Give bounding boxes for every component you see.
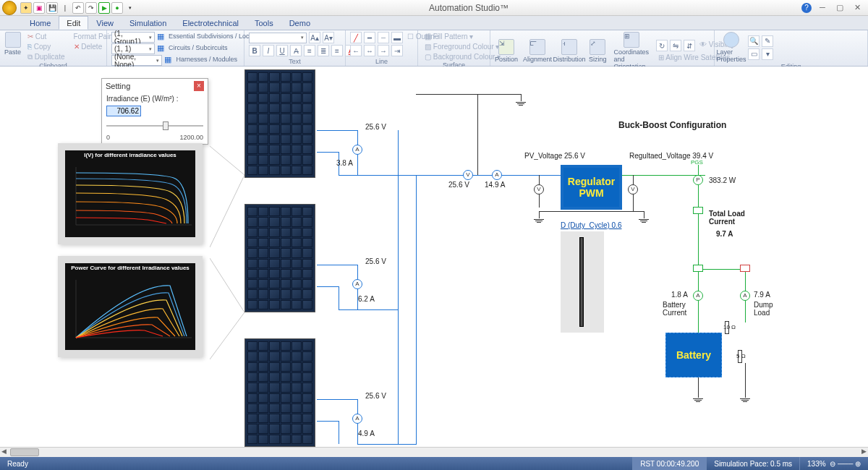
pv-panel-2[interactable] [244, 204, 315, 312]
align-right-icon[interactable]: ≡ [331, 45, 343, 56]
switch-2[interactable] [693, 265, 703, 272]
tab-edit[interactable]: Edit [59, 16, 88, 30]
config-title: Buck-Boost Configuration [618, 120, 691, 130]
flip-v-icon[interactable]: ⇵ [684, 40, 695, 51]
switch-dump[interactable] [740, 265, 750, 272]
r10-label: 10 Ω [723, 324, 736, 330]
setting-close-icon[interactable]: × [194, 81, 204, 91]
minimize-icon[interactable]: ─ [816, 3, 829, 13]
position-button[interactable]: ⇲Position [495, 39, 518, 63]
switch-1[interactable] [693, 207, 703, 214]
irradiance-input[interactable] [106, 106, 141, 116]
line-dash-icon[interactable]: ┄ [378, 32, 389, 43]
status-bar: Ready RST 00:00:49.200 Simulation Pace: … [0, 457, 868, 470]
italic-icon[interactable]: I [263, 45, 274, 56]
location-combo-1[interactable]: (1, Group1)▾ [111, 32, 155, 43]
ammeter-dump: A [740, 291, 750, 301]
arrow-both-icon[interactable]: ↔ [364, 45, 375, 56]
battery-block[interactable]: Battery [665, 333, 722, 377]
qat-undo-icon[interactable]: ↶ [72, 2, 84, 14]
duty-slider-handle[interactable] [579, 237, 584, 327]
ammeter-bus: A [492, 170, 502, 180]
tab-tools[interactable]: Tools [247, 16, 281, 30]
font-dec-icon[interactable]: A▾ [323, 32, 334, 43]
line-weight-icon[interactable]: ━ [364, 32, 375, 43]
pv-panel-1[interactable] [244, 69, 315, 178]
font-inc-icon[interactable]: A▴ [309, 32, 320, 43]
harnesses-button[interactable]: Harnesses / Modules [174, 55, 239, 66]
pv-panel-3[interactable] [244, 338, 315, 447]
underline-icon[interactable]: U [276, 45, 288, 56]
select-icon[interactable]: ▭ [748, 48, 760, 60]
bus-current: 14.9 A [485, 181, 505, 189]
pgs-label: PGS [691, 159, 703, 166]
bold-icon[interactable]: B [249, 45, 260, 56]
battery-current-label: BatteryCurrent [663, 301, 686, 317]
tab-home[interactable]: Home [22, 16, 59, 30]
line-color-icon[interactable]: ▬ [391, 32, 403, 43]
replace-icon[interactable]: ✎ [762, 35, 773, 47]
voltmeter-bus: V [463, 170, 473, 180]
alignment-button[interactable]: ⫍Alignment [525, 39, 550, 63]
ammeter-p2: A [352, 279, 362, 289]
qat-new-icon[interactable]: ✦ [20, 2, 32, 14]
align-center-icon[interactable]: ≣ [318, 45, 329, 56]
qat-record-icon[interactable]: ● [111, 2, 123, 14]
arrow-left-icon[interactable]: ← [350, 45, 362, 56]
pv-voltage-label: PV_Voltage 25.6 V [524, 152, 585, 160]
duplicate-button[interactable]: ⧉ Duplicate [25, 52, 67, 62]
copy-button[interactable]: ⎘ Copy [25, 42, 67, 51]
find-icon[interactable]: 🔍 [748, 35, 760, 47]
arrow-cfg-icon[interactable]: ⇥ [391, 45, 403, 56]
circuits-button[interactable]: Circuits / Subcircuits [166, 43, 230, 54]
maximize-icon[interactable]: ▢ [833, 3, 846, 13]
qat-save-icon[interactable]: 💾 [46, 2, 58, 14]
ground-top [515, 94, 527, 106]
total-load-label: Total LoadCurrent [709, 210, 745, 226]
duty-cycle-label[interactable]: D (Duty_Cycle) 0.6 [561, 221, 621, 229]
cut-button[interactable]: ✂ Cut [25, 32, 67, 41]
qat-more-icon[interactable]: ▾ [124, 2, 136, 14]
scrollbar-thumb[interactable] [10, 448, 39, 456]
align-left-icon[interactable]: ≡ [304, 45, 315, 56]
ground-reg-left [533, 211, 545, 223]
help-icon[interactable]: ? [801, 3, 812, 13]
coordinates-button[interactable]: ⊞Coordinates and Orientation [614, 32, 650, 70]
horizontal-scrollbar[interactable]: ◀ ▶ [0, 447, 868, 457]
ground-battery [692, 390, 704, 402]
tab-simulation[interactable]: Simulation [122, 16, 174, 30]
location-combo-3[interactable]: (None, None)▾ [111, 55, 162, 66]
close-icon[interactable]: ✕ [851, 3, 864, 13]
line-style-icon[interactable]: ╱ [350, 32, 362, 43]
regulator-block[interactable]: Regulator PWM [561, 165, 622, 210]
quick-access-toolbar: ✦ ▣ 💾 | ↶ ↷ ▶ ● ▾ [20, 2, 136, 14]
watts-label: 383.2 W [709, 176, 736, 184]
strike-icon[interactable]: A̶ [290, 45, 302, 56]
qat-play-icon[interactable]: ▶ [98, 2, 110, 14]
irradiance-slider[interactable] [106, 121, 203, 131]
tab-electrotechnical[interactable]: Electrotechnical [174, 16, 247, 30]
slider-max: 1200.00 [179, 134, 203, 141]
distribution-button[interactable]: ⫞Distribution [557, 39, 582, 63]
more-icon[interactable]: ▾ [762, 48, 773, 60]
svg-rect-3 [65, 273, 195, 349]
sizing-button[interactable]: ⤢Sizing [589, 39, 607, 63]
rotate-icon[interactable]: ↻ [656, 40, 668, 51]
status-zoom[interactable]: 133% ⊖ ─── ⊕ [799, 457, 868, 470]
tab-view[interactable]: View [88, 16, 122, 30]
layer-properties-button[interactable]: Layer Properties [719, 32, 744, 63]
font-combo[interactable]: ▾ [249, 33, 307, 43]
qat-open-icon[interactable]: ▣ [33, 2, 45, 14]
canvas[interactable]: Setting× Irradiance (E) (W/m²) : 01200.0… [0, 67, 868, 457]
paste-button[interactable]: Paste [4, 32, 21, 56]
fill-pattern-button[interactable]: ▦ Fill Pattern ▾ [422, 32, 475, 41]
flip-h-icon[interactable]: ⇋ [670, 40, 681, 51]
arrow-right-icon[interactable]: → [378, 45, 389, 56]
ammeter-p1: A [352, 145, 362, 155]
p1-current: 3.8 A [336, 159, 353, 167]
app-logo [2, 1, 17, 15]
ground-reg-right [638, 211, 650, 223]
qat-redo-icon[interactable]: ↷ [85, 2, 97, 14]
tab-demo[interactable]: Demo [281, 16, 318, 30]
power-chart-title: Power Curve for different Irradiance val… [65, 263, 195, 273]
